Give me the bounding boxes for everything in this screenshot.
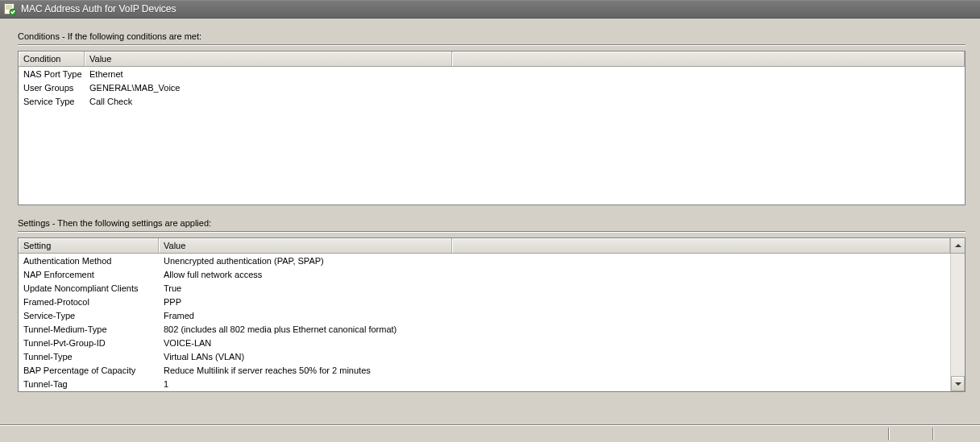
cell-value: True	[159, 283, 951, 293]
table-row[interactable]: Update Noncompliant ClientsTrue	[19, 281, 951, 295]
cell-setting: Tunnel-Type	[19, 352, 159, 361]
conditions-header: Condition Value	[19, 52, 965, 67]
main-panel: Conditions - If the following conditions…	[0, 19, 980, 442]
status-slot	[932, 428, 975, 440]
cell-value: PPP	[159, 297, 951, 307]
cell-value: Unencrypted authentication (PAP, SPAP)	[159, 256, 951, 266]
cell-value: 1	[159, 379, 951, 389]
conditions-grid[interactable]: Condition Value NAS Port TypeEthernetUse…	[18, 51, 965, 205]
table-row[interactable]: Service-TypeFramed	[19, 308, 951, 322]
cell-setting: BAP Percentage of Capacity	[19, 366, 159, 375]
settings-header: Setting Value	[19, 238, 965, 254]
table-row[interactable]: Tunnel-Pvt-Group-IDVOICE-LAN	[19, 336, 951, 349]
titlebar: MAC Address Auth for VoIP Devices	[0, 0, 980, 19]
cell-condition: NAS Port Type	[19, 69, 85, 79]
cell-setting: Framed-Protocol	[19, 297, 159, 307]
titlebar-title: MAC Address Auth for VoIP Devices	[21, 3, 176, 14]
cell-setting: Tunnel-Pvt-Group-ID	[19, 338, 159, 348]
cell-setting: Tunnel-Tag	[19, 379, 159, 389]
status-slot	[888, 428, 931, 440]
cell-value: Ethernet	[85, 69, 452, 79]
cell-condition: Service Type	[19, 97, 85, 106]
vertical-scrollbar[interactable]	[950, 254, 965, 391]
policy-icon	[3, 2, 16, 15]
settings-body: Authentication MethodUnencrypted authent…	[19, 254, 951, 390]
column-header-condition[interactable]: Condition	[19, 52, 85, 66]
column-header-value[interactable]: Value	[85, 52, 452, 66]
cell-value: 802 (includes all 802 media plus Etherne…	[159, 324, 951, 334]
divider	[18, 231, 965, 233]
table-row[interactable]: User GroupsGENERAL\MAB_Voice	[19, 81, 965, 94]
table-row[interactable]: NAS Port TypeEthernet	[19, 67, 965, 81]
cell-condition: User Groups	[19, 83, 85, 93]
table-row[interactable]: Tunnel-Medium-Type802 (includes all 802 …	[19, 322, 951, 336]
cell-value: VOICE-LAN	[159, 338, 951, 348]
cell-setting: Tunnel-Medium-Type	[19, 324, 159, 334]
cell-value: Allow full network access	[159, 270, 951, 279]
column-header-value[interactable]: Value	[159, 238, 452, 253]
table-row[interactable]: Framed-ProtocolPPP	[19, 295, 951, 308]
cell-value: Call Check	[85, 97, 452, 106]
table-row[interactable]: Service TypeCall Check	[19, 94, 965, 108]
table-row[interactable]: NAP EnforcementAllow full network access	[19, 267, 951, 281]
settings-section-label: Settings - Then the following settings a…	[0, 205, 980, 229]
cell-setting: Service-Type	[19, 311, 159, 320]
cell-value: Virtual LANs (VLAN)	[159, 352, 951, 361]
cell-value: Framed	[159, 311, 951, 320]
scroll-up-button[interactable]	[950, 238, 965, 253]
conditions-section-label: Conditions - If the following conditions…	[0, 19, 980, 43]
table-row[interactable]: Tunnel-TypeVirtual LANs (VLAN)	[19, 349, 951, 363]
table-row[interactable]: Authentication MethodUnencrypted authent…	[19, 254, 951, 267]
cell-setting: NAP Enforcement	[19, 270, 159, 279]
column-header-spacer	[452, 52, 965, 66]
cell-value: GENERAL\MAB_Voice	[85, 83, 452, 93]
cell-value: Reduce Multilink if server reaches 50% f…	[159, 366, 951, 375]
status-bar	[0, 424, 980, 442]
cell-setting: Update Noncompliant Clients	[19, 283, 159, 293]
column-header-spacer	[452, 238, 950, 253]
settings-grid[interactable]: Setting Value Authentication MethodUnenc…	[18, 238, 965, 392]
table-row[interactable]: BAP Percentage of CapacityReduce Multili…	[19, 363, 951, 377]
column-header-setting[interactable]: Setting	[19, 238, 159, 253]
scroll-down-button[interactable]	[951, 376, 965, 391]
scrollbar-track[interactable]	[951, 254, 965, 376]
conditions-body: NAS Port TypeEthernetUser GroupsGENERAL\…	[19, 67, 965, 108]
table-row[interactable]: Tunnel-Tag1	[19, 377, 951, 390]
cell-setting: Authentication Method	[19, 256, 159, 266]
divider	[18, 44, 965, 46]
